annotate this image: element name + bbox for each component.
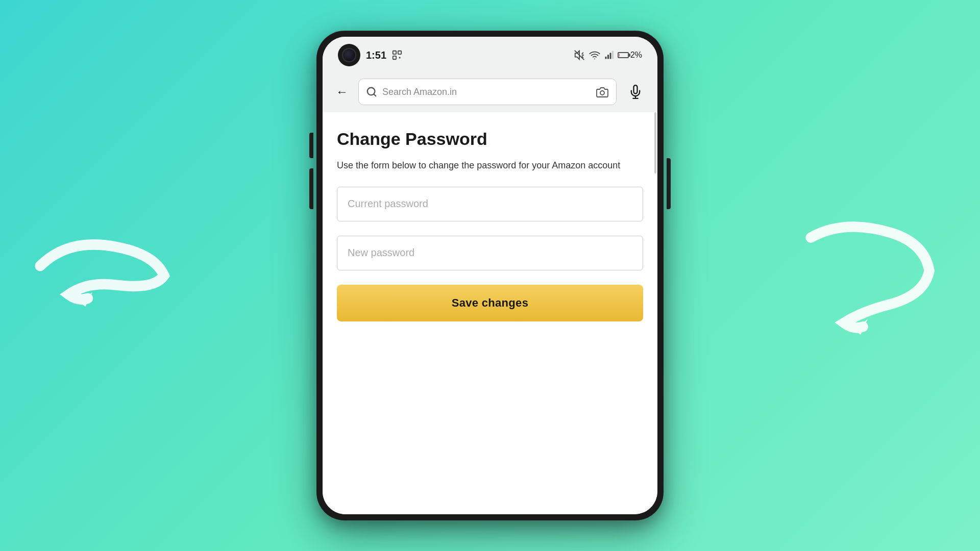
search-icon [366, 86, 377, 97]
page-description: Use the form below to change the passwor… [337, 159, 643, 172]
current-password-input[interactable] [348, 198, 632, 210]
svg-point-11 [600, 91, 604, 95]
camera-lens [342, 48, 356, 62]
svg-line-10 [374, 94, 376, 96]
save-changes-button[interactable]: Save changes [337, 285, 643, 321]
search-bar[interactable]: Search Amazon.in [358, 79, 617, 105]
svg-rect-6 [607, 55, 609, 59]
back-button[interactable]: ← [333, 83, 351, 101]
status-time: 1:51 [366, 49, 386, 61]
battery-percent: 2% [630, 51, 642, 60]
front-camera [338, 44, 360, 66]
mic-button[interactable] [624, 80, 647, 104]
svg-rect-3 [399, 57, 401, 59]
page-title: Change Password [337, 129, 643, 149]
page-content: Change Password Use the form below to ch… [323, 112, 657, 514]
nfc-icon [391, 49, 403, 61]
new-password-field[interactable] [337, 236, 643, 270]
volume-down-button[interactable] [309, 168, 313, 209]
amazon-arrow-left [31, 224, 174, 327]
mic-icon [628, 85, 643, 99]
svg-rect-1 [398, 51, 401, 54]
scrollbar-thumb[interactable] [654, 112, 656, 173]
battery-fill [619, 54, 620, 57]
phone-screen: 1:51 [323, 37, 657, 514]
search-placeholder-text: Search Amazon.in [382, 87, 591, 97]
status-left-group: 1:51 [366, 49, 403, 61]
svg-rect-2 [393, 56, 396, 59]
scrollbar-track [653, 112, 657, 514]
phone-shell: 1:51 [316, 31, 664, 520]
amazon-arrow-right [796, 209, 939, 342]
status-bar: 1:51 [323, 37, 657, 73]
battery-icon [618, 52, 629, 58]
amazon-header-bar: ← Search Amazon.in [323, 73, 657, 112]
new-password-input[interactable] [348, 247, 632, 259]
svg-rect-7 [609, 53, 611, 59]
power-button[interactable] [667, 158, 671, 209]
wifi-icon [589, 49, 600, 61]
svg-rect-5 [605, 57, 606, 59]
svg-rect-8 [612, 51, 614, 59]
svg-rect-0 [393, 51, 396, 54]
status-right-group: 2% [574, 49, 642, 61]
battery-indicator: 2% [618, 51, 642, 60]
signal-icon [604, 51, 614, 60]
camera-search-icon[interactable] [596, 86, 609, 97]
back-arrow-icon: ← [336, 85, 348, 99]
phone-device: 1:51 [316, 31, 664, 520]
mute-icon [574, 49, 585, 61]
volume-up-button[interactable] [309, 133, 313, 158]
current-password-field[interactable] [337, 187, 643, 221]
